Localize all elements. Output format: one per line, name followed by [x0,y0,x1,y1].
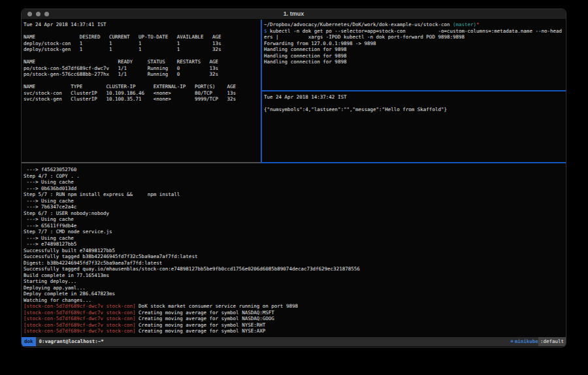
terminal-line: Handling connection for 9898 [264,46,566,53]
terminal-line: Build complete in 77.165413ms [24,272,564,279]
terminal-line: Handling connection for 9898 [264,59,566,65]
tmux-status-bar: dok 0:vagrant@localhost:~* ☸ minikube :d… [22,337,566,346]
terminal-line [24,78,260,84]
pane-kubectl-get-output[interactable]: Tue 24 Apr 2018 14:37:41 IST NAME DESIRE… [24,22,260,161]
terminal-line: ---> 65611ff9db4e [24,223,564,229]
terminal-line: NAME DESIRED CURRENT UP-TO-DATE AVAILABL… [24,34,260,41]
traffic-lights [27,12,49,16]
window-titlebar[interactable]: 1. tmux [22,9,566,20]
terminal-line: Tue 24 Apr 2018 14:37:41 IST [24,22,260,28]
status-right: ☸ minikube :default [510,337,566,346]
pane-border-horizontal-left [22,162,261,163]
terminal-text-segment: [stock-con-5d7df689cf-dwc7v stock-con] [24,316,136,321]
terminal-line: svc/stock-gen ClusterIP 10.100.35.71 <no… [24,96,260,103]
terminal-line: ---> Using cache [24,216,564,223]
terminal-line: ~/Dropbox/advocacy/Kubernetes/DoK/work/d… [264,22,566,28]
terminal-line: Tue 24 Apr 2018 14:37:42 IST [264,94,566,101]
kubernetes-helm-icon: ☸ [510,338,514,345]
terminal-text-segment: (master) [453,22,476,27]
terminal-text-segment: Creating moving average for symbol NASDA… [136,316,274,321]
pane-port-forward[interactable]: ~/Dropbox/advocacy/Kubernetes/DoK/work/d… [264,22,566,90]
pane-skaffold-build-log[interactable]: ---> f45623052760Step 4/7 : COPY . . ---… [24,167,564,335]
terminal-line: {"numsymbols":4,"lastseen":"","message":… [264,106,566,113]
terminal-line: [stock-con-5d7df689cf-dwc7v stock-con] D… [24,303,564,310]
terminal-line [264,101,566,107]
window-list-item-active[interactable]: 0:vagrant@localhost:~* [39,338,104,345]
zoom-button[interactable] [44,12,49,16]
terminal-line: deploy/stock-gen 1 1 1 1 32s [24,46,260,53]
terminal-text-segment: [stock-con-5d7df689cf-dwc7v stock-con] [24,322,136,328]
terminal-line: [stock-con-5d7df689cf-dwc7v stock-con] C… [24,310,564,316]
terminal-line: ---> 0b636bd013dd [24,186,564,192]
terminal-line: [stock-con-5d7df689cf-dwc7v stock-con] C… [24,322,564,329]
terminal-line: svc/stock-con ClusterIP 10.109.186.46 <n… [24,90,260,97]
terminal-line: [stock-con-5d7df689cf-dwc7v stock-con] C… [24,316,564,322]
terminal-line: Digest: b38b42246945fd7f32c5ba9aea7af7fd… [24,260,564,267]
terminal-text-segment: kubectl -n dok get po --selector=app=sto… [267,28,563,34]
terminal-line: NAME TYPE CLUSTER-IP EXTERNAL-IP PORT(S)… [24,84,260,90]
terminal-line [24,53,260,59]
terminal-line: Step 5/7 : RUN npm install express && np… [24,191,564,198]
pane-border-horizontal-right-upper [262,90,566,91]
terminal-text-segment: DoK stock market consumer service runnin… [136,303,298,309]
window-title: 1. tmux [22,9,566,19]
kube-namespace-label: :default [538,337,566,346]
terminal-text-segment: [stock-con-5d7df689cf-dwc7v stock-con] [24,328,136,334]
terminal-line: deploy/stock-con 1 1 1 1 13s [24,41,260,47]
terminal-line: Successfully tagged b38b42246945fd7f32c5… [24,253,564,260]
terminal-line: NAME READY STATUS RESTARTS AGE [24,59,260,65]
terminal-window: 1. tmux Tue 24 Apr 2018 14:37:41 IST NAM… [21,8,566,348]
terminal-line: Forwarding from 127.0.0.1:9898 -> 9898 [264,41,566,47]
terminal-text-segment: Creating moving average for symbol NYSE:… [136,322,266,328]
terminal-line: ---> f45623052760 [24,167,564,173]
tmux-session: Tue 24 Apr 2018 14:37:41 IST NAME DESIRE… [22,20,566,347]
terminal-line: [stock-con-5d7df689cf-dwc7v stock-con] C… [24,328,564,334]
terminal-text-segment: * [476,22,480,27]
terminal-line: Deploy complete in 286.647823ms [24,291,564,297]
terminal-line: po/stock-gen-576cc688bb-277hx 1/1 Runnin… [24,71,260,78]
terminal-line: ---> Using cache [24,235,564,242]
terminal-line: Handling connection for 9898 [264,53,566,59]
terminal-line: Step 6/7 : USER nobody:nobody [24,210,564,217]
terminal-line: Step 4/7 : COPY . . [24,173,564,180]
terminal-line: ---> 7b6347ce2a4c [24,204,564,210]
terminal-line: Starting deploy... [24,278,564,285]
terminal-line: ers | xargs -IPOD kubectl -n dok port-fo… [264,34,566,41]
terminal-line: Successfully built e74898127bb5 [24,248,564,254]
terminal-line [24,28,260,35]
pane-service-response[interactable]: Tue 24 Apr 2018 14:37:42 IST {"numsymbol… [264,94,566,161]
terminal-line: $ kubectl -n dok get po --selector=app=s… [264,28,566,35]
terminal-line: ---> Using cache [24,198,564,204]
terminal-text-segment: [stock-con-5d7df689cf-dwc7v stock-con] [24,303,136,309]
terminal-line: ---> Using cache [24,179,564,186]
terminal-line: Watching for changes... [24,297,564,304]
minimize-button[interactable] [36,12,41,16]
close-button[interactable] [27,12,32,16]
pane-border-vertical [261,20,262,163]
terminal-line: ---> e74898127bb5 [24,241,564,248]
session-name-badge: dok [22,337,36,346]
terminal-line: Deploying app.yaml... [24,285,564,291]
terminal-text-segment: Creating moving average for symbol NYSE:… [136,328,266,334]
terminal-line: Step 7/7 : CMD node service.js [24,229,564,235]
terminal-line: po/stock-con-5d7df689cf-dwc7v 1/1 Runnin… [24,65,260,72]
terminal-text-segment: [stock-con-5d7df689cf-dwc7v stock-con] [24,310,136,316]
terminal-text-segment: ~/Dropbox/advocacy/Kubernetes/DoK/work/d… [264,22,453,27]
kube-cluster-label: minikube [515,338,538,345]
terminal-line: Successfully tagged quay.io/mhausenblas/… [24,266,564,272]
pane-border-horizontal-right-lower [261,162,566,163]
terminal-text-segment: Creating moving average for symbol NASDA… [136,310,274,316]
